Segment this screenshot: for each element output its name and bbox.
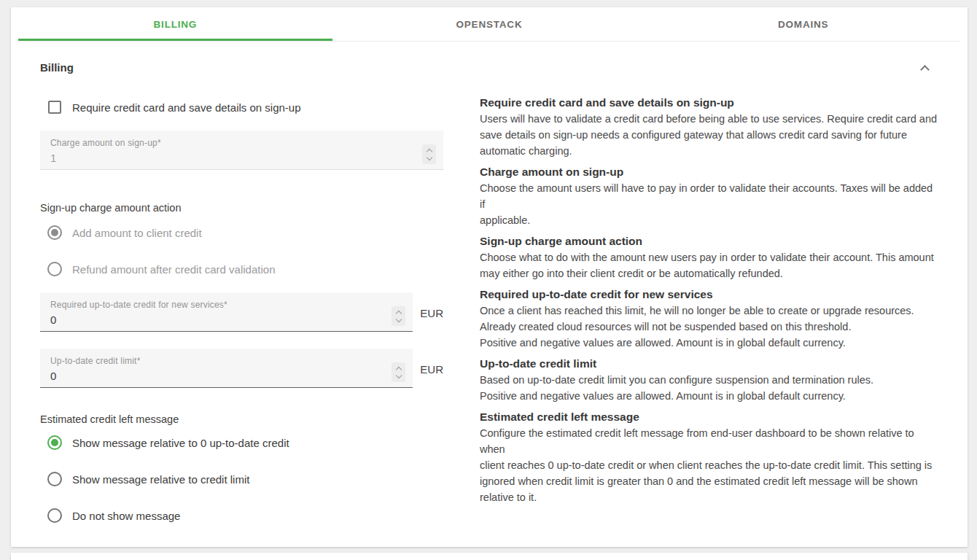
credit-limit-stepper[interactable] — [392, 362, 405, 382]
help-section: Require credit card and save details on … — [480, 95, 941, 159]
stepper-down-icon — [396, 372, 402, 378]
section-title: Billing — [40, 61, 74, 74]
credit-message-option-row: Show message relative to credit limit — [40, 472, 443, 486]
no-message-radio[interactable] — [47, 508, 62, 523]
add-amount-radio[interactable] — [47, 225, 62, 240]
help-section: Up-to-date credit limit Based on up-to-d… — [480, 356, 941, 404]
help-title: Charge amount on sign-up — [480, 164, 941, 180]
help-text: Choose what to do with the amount new us… — [480, 249, 941, 265]
signup-action-option-row: Add amount to client credit — [40, 225, 443, 240]
billing-form: Require credit card and save details on … — [40, 95, 443, 523]
signup-action-option-row: Refund amount after credit card validati… — [40, 262, 443, 276]
require-credit-card-row: Require credit card and save details on … — [40, 101, 443, 114]
chevron-up-icon — [920, 65, 930, 74]
tab-domains[interactable]: DOMAINS — [646, 7, 960, 41]
credit-message-group-label: Estimated credit left message — [40, 413, 443, 425]
message-zero-credit-radio[interactable] — [47, 435, 62, 450]
help-section: Estimated credit left message Configure … — [480, 409, 941, 505]
help-text: relative to it. — [480, 489, 941, 505]
required-credit-label: Required up-to-date credit for new servi… — [50, 300, 402, 310]
required-credit-field: Required up-to-date credit for new servi… — [40, 292, 413, 332]
settings-card: BILLING OPENSTACK DOMAINS Billing Requir… — [11, 7, 968, 547]
message-credit-limit-radio[interactable] — [47, 472, 62, 486]
help-text: save details on sign-up needs a configur… — [480, 127, 941, 143]
help-section: Required up-to-date credit for new servi… — [480, 287, 941, 351]
credit-limit-currency: EUR — [420, 363, 443, 388]
help-text: client reaches 0 up-to-date credit or wh… — [480, 457, 941, 473]
help-text: Choose the amount users will have to pay… — [480, 180, 941, 212]
add-amount-label: Add amount to client credit — [72, 227, 202, 239]
signup-action-group-label: Sign-up charge amount action — [40, 202, 443, 214]
stepper-down-icon — [396, 316, 402, 322]
credit-limit-label: Up-to-date credit limit* — [50, 356, 402, 366]
credit-message-option-row: Show message relative to 0 up-to-date cr… — [40, 435, 443, 450]
stepper-up-icon — [396, 310, 402, 316]
required-credit-stepper[interactable] — [392, 306, 405, 326]
help-title: Require credit card and save details on … — [480, 95, 941, 111]
required-credit-input[interactable]: 0 — [50, 314, 402, 326]
stepper-down-icon — [426, 154, 432, 160]
help-text: Users will have to validate a credit car… — [480, 111, 941, 127]
required-credit-currency: EUR — [420, 307, 443, 332]
help-title: Up-to-date credit limit — [480, 356, 941, 372]
help-text: Positive and negative values are allowed… — [480, 388, 941, 404]
require-credit-card-label: Require credit card and save details on … — [72, 101, 301, 114]
help-text: applicable. — [480, 212, 941, 228]
require-credit-card-checkbox[interactable] — [48, 101, 61, 114]
message-credit-limit-label: Show message relative to credit limit — [72, 473, 249, 486]
help-title: Estimated credit left message — [480, 409, 941, 425]
help-section: Sign-up charge amount action Choose what… — [480, 233, 941, 281]
charge-amount-stepper[interactable] — [422, 144, 436, 164]
no-message-label: Do not show message — [72, 510, 180, 522]
charge-amount-input[interactable]: 1 — [50, 152, 433, 164]
tab-openstack[interactable]: OPENSTACK — [332, 7, 647, 41]
credit-limit-field: Up-to-date credit limit* 0 — [40, 349, 413, 388]
help-section: Charge amount on sign-up Choose the amou… — [480, 164, 941, 228]
tab-bar: BILLING OPENSTACK DOMAINS — [18, 7, 960, 42]
refund-amount-label: Refund amount after credit card validati… — [72, 263, 276, 276]
help-title: Required up-to-date credit for new servi… — [480, 287, 941, 303]
credit-message-option-row: Do not show message — [40, 508, 443, 523]
message-zero-credit-label: Show message relative to 0 up-to-date cr… — [72, 437, 289, 449]
help-text: may either go into their client credit o… — [480, 265, 941, 281]
help-text: Configure the estimated credit left mess… — [480, 425, 941, 457]
tab-billing[interactable]: BILLING — [18, 7, 332, 41]
charge-amount-label: Charge amount on sign-up* — [50, 138, 433, 148]
next-section-card — [11, 553, 968, 560]
collapse-section-button[interactable] — [919, 63, 933, 73]
help-panel: Require credit card and save details on … — [443, 95, 941, 523]
help-text: ignored when credit limit is greater tha… — [480, 473, 941, 489]
stepper-up-icon — [396, 366, 402, 372]
refund-amount-radio[interactable] — [47, 262, 62, 276]
credit-limit-input[interactable]: 0 — [50, 370, 402, 382]
charge-amount-field: Charge amount on sign-up* 1 — [40, 131, 443, 170]
help-text: Positive and negative values are allowed… — [480, 335, 941, 351]
help-text: automatic charging. — [480, 143, 941, 159]
help-text: Once a client has reached this limit, he… — [480, 303, 941, 319]
help-text: Based on up-to-date credit limit you can… — [480, 372, 941, 388]
help-title: Sign-up charge amount action — [480, 233, 941, 249]
help-text: Already created cloud resources will not… — [480, 319, 941, 335]
